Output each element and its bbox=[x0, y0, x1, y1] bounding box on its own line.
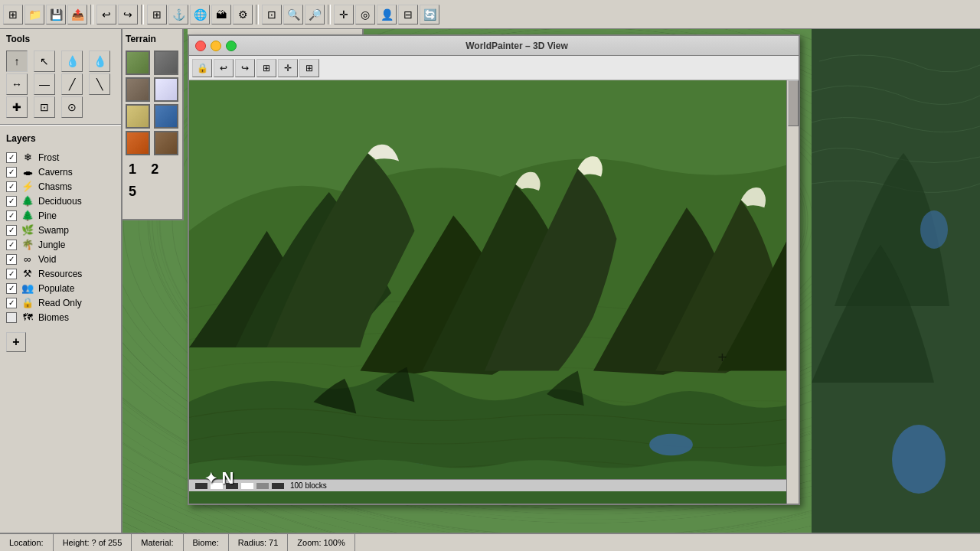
layer-pine-checkbox[interactable] bbox=[6, 210, 17, 221]
layer-resources-checkbox[interactable] bbox=[6, 269, 17, 279]
layer-populate-icon: 👥 bbox=[21, 282, 34, 294]
layer-void[interactable]: ∞ Void bbox=[6, 252, 115, 266]
terrain-num-2[interactable]: 2 bbox=[145, 158, 165, 181]
layer-swamp-icon: 🌿 bbox=[21, 224, 34, 236]
terrain-block-grass[interactable] bbox=[126, 51, 150, 75]
status-bar: Location: Height: ? of 255 Material: Bio… bbox=[0, 533, 980, 551]
layer-resources-label: Resources bbox=[38, 269, 82, 279]
view-3d-canvas[interactable]: + ✦ N 100 blocks bbox=[189, 80, 799, 504]
layer-jungle[interactable]: 🌴 Jungle bbox=[6, 237, 115, 252]
terrain-block-stone[interactable] bbox=[154, 51, 178, 75]
window-maximize-button[interactable] bbox=[226, 41, 237, 51]
layer-caverns-checkbox[interactable] bbox=[6, 167, 17, 178]
layer-pine-label: Pine bbox=[38, 210, 57, 221]
left-panel: Tools ↑ ↖ 💧 💧 ↔ — ╱ ╲ ✚ ⊡ ⊙ Layers ❄ Fro… bbox=[0, 29, 122, 551]
tool-rect[interactable]: ⊡ bbox=[34, 96, 55, 118]
layer-void-checkbox[interactable] bbox=[6, 254, 17, 265]
layer-biomes[interactable]: 🗺 Biomes bbox=[6, 310, 115, 324]
tool-arrow-nw[interactable]: ↖ bbox=[34, 51, 55, 72]
scrollbar-vertical[interactable] bbox=[786, 80, 799, 504]
toolbar-btn-grid[interactable]: ⊞ bbox=[147, 5, 167, 24]
terrain-num-5[interactable]: 5 bbox=[122, 181, 142, 203]
layer-chasms-checkbox[interactable] bbox=[6, 181, 17, 192]
tool-diag1[interactable]: ╱ bbox=[61, 73, 83, 95]
window-close-button[interactable] bbox=[195, 41, 206, 51]
terrain-block-water[interactable] bbox=[154, 104, 178, 129]
toolbar-btn-border[interactable]: ⊟ bbox=[398, 5, 418, 24]
tool-diag2[interactable]: ╲ bbox=[89, 73, 110, 95]
terrain-block-lava[interactable] bbox=[126, 131, 150, 155]
toolbar-btn-zoom-fit[interactable]: ⊡ bbox=[262, 5, 282, 24]
win-btn-center[interactable]: ✛ bbox=[278, 59, 298, 77]
toolbar-btn-center[interactable]: ✛ bbox=[334, 5, 354, 24]
svg-text:+: + bbox=[717, 349, 727, 366]
layer-readonly[interactable]: 🔒 Read Only bbox=[6, 295, 115, 310]
terrain-block-sand[interactable] bbox=[126, 104, 150, 129]
toolbar-btn-redo[interactable]: ↪ bbox=[118, 5, 138, 24]
toolbar-btn-zoom-in[interactable]: 🔍 bbox=[283, 5, 303, 24]
scrollbar-thumb-v[interactable] bbox=[788, 80, 799, 126]
svg-point-3 bbox=[649, 434, 693, 455]
terrain-num-1[interactable]: 1 bbox=[122, 158, 142, 181]
tool-line[interactable]: — bbox=[34, 73, 55, 95]
win-btn-settings[interactable]: ⊞ bbox=[299, 59, 319, 77]
layer-populate-checkbox[interactable] bbox=[6, 283, 17, 294]
layer-readonly-checkbox[interactable] bbox=[6, 298, 17, 308]
terrain-block-snow[interactable] bbox=[154, 77, 178, 102]
toolbar-btn-save[interactable]: 💾 bbox=[46, 5, 66, 24]
terrain-block-dirt[interactable] bbox=[154, 131, 178, 155]
tool-plus[interactable]: ✚ bbox=[6, 96, 28, 118]
compass-north: N bbox=[222, 468, 234, 487]
win-btn-lock[interactable]: 🔒 bbox=[192, 59, 212, 77]
win-btn-undo[interactable]: ↩ bbox=[214, 59, 234, 77]
layer-populate[interactable]: 👥 Populate bbox=[6, 281, 115, 295]
layer-swamp-checkbox[interactable] bbox=[6, 225, 17, 236]
win-btn-redo[interactable]: ↪ bbox=[235, 59, 255, 77]
tool-move[interactable]: ↔ bbox=[6, 73, 28, 95]
toolbar-btn-settings[interactable]: ⚙ bbox=[233, 5, 253, 24]
add-layer-button[interactable]: + bbox=[6, 332, 26, 352]
layers-title: Layers bbox=[0, 129, 121, 147]
scale-seg-4 bbox=[241, 483, 253, 489]
layer-resources[interactable]: ⚒ Resources bbox=[6, 266, 115, 281]
win-btn-grid[interactable]: ⊞ bbox=[256, 59, 276, 77]
layer-caverns[interactable]: 🕳 Caverns bbox=[6, 165, 115, 179]
tool-water-2[interactable]: 💧 bbox=[89, 51, 110, 72]
layer-swamp[interactable]: 🌿 Swamp bbox=[6, 223, 115, 237]
layer-deciduous-checkbox[interactable] bbox=[6, 196, 17, 207]
layer-frost[interactable]: ❄ Frost bbox=[6, 150, 115, 165]
layer-biomes-checkbox[interactable] bbox=[6, 312, 17, 323]
toolbar-btn-export[interactable]: 📤 bbox=[67, 5, 87, 24]
terrain-block-rock[interactable] bbox=[126, 77, 150, 102]
layer-jungle-icon: 🌴 bbox=[21, 239, 34, 250]
toolbar-btn-view3d[interactable]: 🌐 bbox=[190, 5, 210, 24]
toolbar-btn-zoom-out[interactable]: 🔎 bbox=[305, 5, 325, 24]
toolbar-btn-undo[interactable]: ↩ bbox=[96, 5, 116, 24]
layer-jungle-checkbox[interactable] bbox=[6, 240, 17, 250]
toolbar-btn-terrain[interactable]: 🏔 bbox=[211, 5, 231, 24]
status-location: Location: bbox=[0, 534, 54, 551]
layer-pine[interactable]: 🌲 Pine bbox=[6, 208, 115, 223]
toolbar-sep-3 bbox=[256, 5, 259, 24]
layer-chasms[interactable]: ⚡ Chasms bbox=[6, 179, 115, 194]
window-toolbar: 🔒 ↩ ↪ ⊞ ✛ ⊞ bbox=[189, 56, 799, 80]
layer-biomes-label: Biomes bbox=[38, 312, 69, 323]
toolbar-btn-new[interactable]: ⊞ bbox=[3, 5, 23, 24]
window-title: WorldPainter – 3D View bbox=[241, 41, 792, 51]
layer-frost-checkbox[interactable] bbox=[6, 152, 17, 163]
terrain-dark-area bbox=[812, 0, 980, 551]
tool-arrow[interactable]: ↑ bbox=[6, 51, 28, 72]
toolbar-btn-open[interactable]: 📁 bbox=[24, 5, 44, 24]
toolbar-btn-spawn[interactable]: ◎ bbox=[355, 5, 375, 24]
window-minimize-button[interactable] bbox=[211, 41, 221, 51]
tool-water-1[interactable]: 💧 bbox=[61, 51, 83, 72]
toolbar-btn-refresh[interactable]: 🔄 bbox=[420, 5, 439, 24]
toolbar-btn-player[interactable]: 👤 bbox=[377, 5, 397, 24]
layer-deciduous[interactable]: 🌲 Deciduous bbox=[6, 194, 115, 208]
layer-deciduous-icon: 🌲 bbox=[21, 195, 34, 207]
toolbar-btn-anchor[interactable]: ⚓ bbox=[168, 5, 188, 24]
terrain-3d-svg: + bbox=[189, 80, 799, 504]
layer-frost-label: Frost bbox=[38, 152, 59, 163]
layer-chasms-label: Chasms bbox=[38, 181, 72, 192]
tool-circle[interactable]: ⊙ bbox=[61, 96, 83, 118]
